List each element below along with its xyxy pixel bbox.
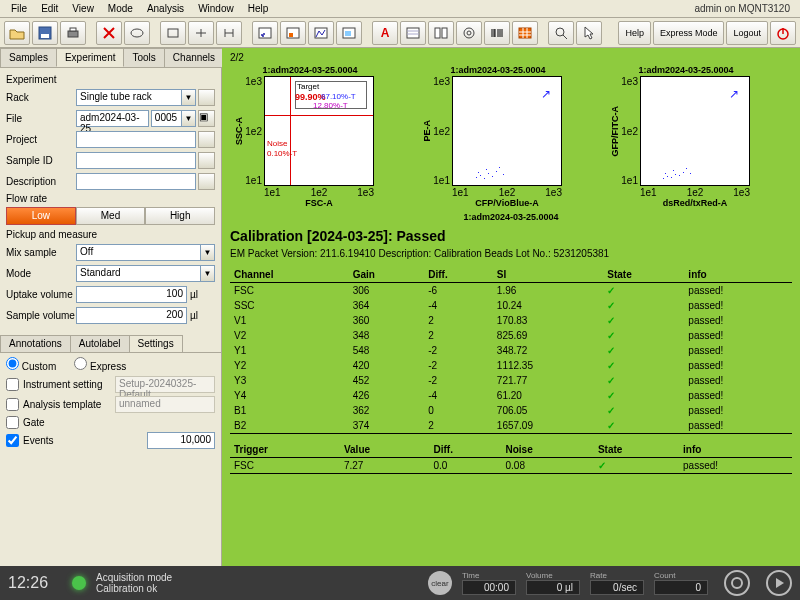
mode-dropdown-icon[interactable]: ▼ bbox=[201, 265, 215, 282]
plot-1-ylabel: SSC-A bbox=[234, 117, 244, 145]
ellipse-icon[interactable] bbox=[124, 21, 150, 45]
sampleid-input[interactable] bbox=[76, 152, 196, 169]
density-icon[interactable] bbox=[280, 21, 306, 45]
histogram-icon[interactable] bbox=[308, 21, 334, 45]
volume-value: 0 µl bbox=[526, 580, 580, 595]
svg-rect-2 bbox=[68, 31, 78, 37]
status-led-icon bbox=[72, 576, 86, 590]
th-info: info bbox=[684, 267, 792, 283]
project-input[interactable] bbox=[76, 131, 196, 148]
quad-icon[interactable] bbox=[188, 21, 214, 45]
express-mode-button[interactable]: Express Mode bbox=[653, 21, 725, 45]
description-button[interactable] bbox=[198, 173, 215, 190]
save-icon[interactable] bbox=[32, 21, 58, 45]
file-name-input[interactable]: adm2024-03-25 bbox=[76, 110, 149, 127]
mix-label: Mix sample bbox=[6, 247, 76, 258]
layout-icon[interactable] bbox=[428, 21, 454, 45]
analysis-template-value[interactable]: unnamed bbox=[115, 396, 215, 413]
file-seq-dropdown-icon[interactable]: ▼ bbox=[182, 110, 196, 127]
gate-checkbox[interactable] bbox=[6, 416, 19, 429]
range-icon[interactable] bbox=[216, 21, 242, 45]
annotate-icon[interactable]: A bbox=[372, 21, 398, 45]
svg-rect-11 bbox=[289, 33, 293, 37]
barcode-icon[interactable] bbox=[484, 21, 510, 45]
tab-annotations[interactable]: Annotations bbox=[0, 335, 71, 352]
print-icon[interactable] bbox=[60, 21, 86, 45]
instrument-setting-checkbox[interactable] bbox=[6, 378, 19, 391]
table-row: SSC364-410.24✓passed! bbox=[230, 298, 792, 313]
menu-mode[interactable]: Mode bbox=[101, 1, 140, 16]
plot-3[interactable]: 1:adm2024-03-25.0004 GFP/FITC-A 1e31e21e… bbox=[606, 65, 766, 208]
table-row: Y3452-2721.77✓passed! bbox=[230, 373, 792, 388]
instrument-setting-value[interactable]: Setup-20240325-Default bbox=[115, 376, 215, 393]
file-label: File bbox=[6, 113, 76, 124]
menu-help[interactable]: Help bbox=[241, 1, 276, 16]
analysis-template-checkbox[interactable] bbox=[6, 398, 19, 411]
tab-tools[interactable]: Tools bbox=[123, 48, 164, 67]
svg-point-21 bbox=[556, 28, 564, 36]
calibration-subtitle: EM Packet Version: 211.6.19410 Descripti… bbox=[230, 248, 792, 259]
events-label: Events bbox=[23, 435, 115, 446]
svg-point-9 bbox=[262, 35, 264, 37]
open-icon[interactable] bbox=[4, 21, 30, 45]
plot-2[interactable]: 1:adm2024-03-25.0004 PE-A 1e31e21e1 ↗ 1e… bbox=[418, 65, 578, 208]
tab-autolabel[interactable]: Autolabel bbox=[70, 335, 130, 352]
sampleid-button[interactable] bbox=[198, 152, 215, 169]
menu-analysis[interactable]: Analysis bbox=[140, 1, 191, 16]
menu-file[interactable]: File bbox=[4, 1, 34, 16]
compensation-icon[interactable] bbox=[456, 21, 482, 45]
rack-dropdown-icon[interactable]: ▼ bbox=[182, 89, 196, 106]
file-button[interactable]: ▣ bbox=[198, 110, 215, 127]
sample-vol-input[interactable]: 200 bbox=[76, 307, 187, 324]
zoom-icon[interactable] bbox=[548, 21, 574, 45]
rack-select[interactable]: Single tube rack bbox=[76, 89, 182, 106]
rect-icon[interactable] bbox=[160, 21, 186, 45]
pickup-measure-label: Pickup and measure bbox=[6, 229, 215, 240]
svg-rect-3 bbox=[70, 28, 76, 31]
tab-channels[interactable]: Channels bbox=[164, 48, 224, 67]
menu-window[interactable]: Window bbox=[191, 1, 241, 16]
logout-button[interactable]: Logout bbox=[726, 21, 768, 45]
delete-icon[interactable] bbox=[96, 21, 122, 45]
sample-vol-label: Sample volume bbox=[6, 310, 76, 321]
events-input[interactable]: 10,000 bbox=[147, 432, 215, 449]
tab-samples[interactable]: Samples bbox=[0, 48, 57, 67]
express-radio[interactable]: Express bbox=[74, 357, 126, 372]
mix-dropdown-icon[interactable]: ▼ bbox=[201, 244, 215, 261]
overlay-icon[interactable] bbox=[336, 21, 362, 45]
rack-button[interactable] bbox=[198, 89, 215, 106]
table-row: B13620706.05✓passed! bbox=[230, 403, 792, 418]
menu-edit[interactable]: Edit bbox=[34, 1, 65, 16]
table-row: V13602170.83✓passed! bbox=[230, 313, 792, 328]
uptake-input[interactable]: 100 bbox=[76, 286, 187, 303]
play-button[interactable] bbox=[766, 570, 792, 596]
time-label: Time bbox=[462, 571, 479, 580]
events-checkbox[interactable] bbox=[6, 434, 19, 447]
plot-1[interactable]: 1:adm2024-03-25.0004 SSC-A 1e31e21e1 Tar… bbox=[230, 65, 390, 208]
stats-icon[interactable] bbox=[400, 21, 426, 45]
help-button[interactable]: Help bbox=[618, 21, 651, 45]
tab-experiment[interactable]: Experiment bbox=[56, 48, 125, 67]
clear-button[interactable]: clear bbox=[428, 571, 452, 595]
plot-2-title: 1:adm2024-03-25.0004 bbox=[418, 65, 578, 75]
grid-icon[interactable] bbox=[512, 21, 538, 45]
flowrate-low-button[interactable]: Low bbox=[6, 207, 76, 225]
dotplot-icon[interactable] bbox=[252, 21, 278, 45]
custom-radio[interactable]: Custom bbox=[6, 357, 56, 372]
mode-select[interactable]: Standard bbox=[76, 265, 201, 282]
flowrate-med-button[interactable]: Med bbox=[76, 207, 146, 225]
power-icon[interactable] bbox=[770, 21, 796, 45]
svg-point-8 bbox=[263, 33, 265, 35]
file-seq-input[interactable]: 0005 bbox=[151, 110, 182, 127]
menu-view[interactable]: View bbox=[65, 1, 101, 16]
description-input[interactable] bbox=[76, 173, 196, 190]
flowrate-high-button[interactable]: High bbox=[145, 207, 215, 225]
mix-select[interactable]: Off bbox=[76, 244, 201, 261]
record-button[interactable] bbox=[724, 570, 750, 596]
count-label: Count bbox=[654, 571, 675, 580]
project-button[interactable] bbox=[198, 131, 215, 148]
trigger-row: FSC 7.27 0.0 0.08 ✓ passed! bbox=[230, 458, 792, 474]
user-info: admin on MQNT3120 bbox=[694, 3, 796, 14]
tab-settings[interactable]: Settings bbox=[129, 335, 183, 352]
pointer-icon[interactable] bbox=[576, 21, 602, 45]
